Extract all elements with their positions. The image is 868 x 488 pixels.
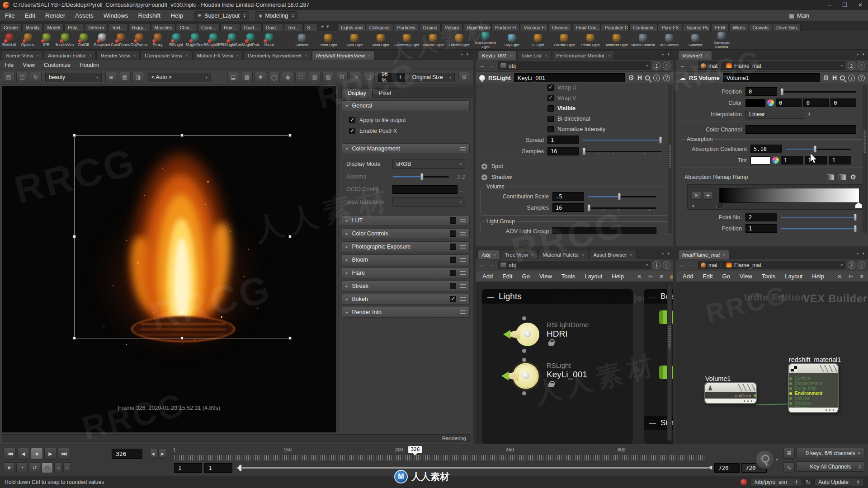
section-enable-checkbox[interactable] bbox=[450, 244, 456, 250]
tint-component-field[interactable]: 1 bbox=[781, 156, 803, 164]
collapsed-section-row[interactable]: Spot bbox=[476, 161, 673, 172]
shelf-tab[interactable]: FEM bbox=[711, 23, 728, 31]
shelf-tab[interactable]: Populate C... bbox=[601, 23, 629, 31]
postfx-section-header[interactable]: Color Controls bbox=[342, 228, 470, 239]
node-name-field[interactable]: KeyLi_001 bbox=[514, 73, 625, 82]
export-icon[interactable]: ⇲ bbox=[349, 72, 361, 83]
path-dropdown-icon[interactable] bbox=[841, 263, 843, 267]
network-menu-item[interactable]: Layout bbox=[785, 273, 802, 280]
shelf-tab[interactable]: Particle Fl... bbox=[491, 23, 519, 31]
network-menu-item[interactable]: View bbox=[740, 273, 752, 280]
shelf-tab[interactable]: Drive Sim... bbox=[773, 23, 801, 31]
absorption-coefficient-field[interactable]: 5.18 bbox=[750, 145, 782, 153]
shelf-tab[interactable]: Guid... bbox=[262, 23, 283, 31]
network-menu-item[interactable]: Tools bbox=[561, 273, 575, 280]
postfx-section-header[interactable]: LUT bbox=[342, 215, 470, 226]
renderview-menu-item[interactable]: Customize bbox=[44, 62, 71, 68]
add-shelf-button[interactable] bbox=[321, 23, 324, 29]
shelf-tool[interactable]: RSLightPortal bbox=[241, 33, 259, 47]
collapsed-section-row[interactable]: Shadow bbox=[476, 172, 673, 183]
nav-forward-icon[interactable] bbox=[689, 262, 696, 268]
update-spinner[interactable] bbox=[857, 480, 859, 484]
pane-tab-controls[interactable] bbox=[857, 251, 864, 256]
bucket-grid-icon[interactable]: ▩ bbox=[241, 72, 253, 83]
layout-spinner[interactable] bbox=[243, 14, 246, 18]
node-name-field[interactable]: Volume1 bbox=[723, 73, 820, 82]
snapshot-save-icon[interactable]: ▤ bbox=[3, 72, 14, 83]
expand-plus-icon[interactable] bbox=[481, 174, 487, 180]
tint-component-field[interactable]: 1 bbox=[829, 156, 851, 164]
update-mode-dropdown[interactable]: Auto Update bbox=[814, 478, 863, 487]
aov-light-group-field[interactable] bbox=[552, 227, 656, 234]
volume-samples-field[interactable]: 16 bbox=[552, 203, 584, 212]
help-icon[interactable] bbox=[663, 75, 670, 81]
section-menu-icon[interactable] bbox=[460, 219, 466, 222]
pane-tab-controls[interactable] bbox=[662, 251, 670, 256]
ramp-marker-start[interactable] bbox=[717, 202, 723, 208]
list-icon[interactable]: ≡ bbox=[660, 273, 663, 280]
audio-icon[interactable]: ◔ bbox=[16, 462, 28, 473]
pane-tab[interactable]: Composite View bbox=[141, 51, 192, 60]
range-start2-field[interactable]: 1 bbox=[204, 463, 232, 473]
tree-icon[interactable]: ⊨ bbox=[849, 273, 853, 280]
absorption-coefficient-slider[interactable] bbox=[786, 145, 851, 153]
color-channel-field[interactable] bbox=[745, 125, 856, 134]
shelf-tool[interactable]: RSLightDome bbox=[185, 33, 204, 47]
material-port[interactable]: Displacement bbox=[791, 381, 822, 386]
menu-item[interactable]: Help bbox=[165, 11, 188, 20]
diag-icon[interactable]: ▧ bbox=[322, 72, 334, 83]
port-dot[interactable] bbox=[789, 392, 792, 395]
shelf-tab[interactable]: Collisions bbox=[366, 23, 393, 31]
section-menu-icon[interactable] bbox=[460, 310, 466, 314]
network-menu-item[interactable]: Add bbox=[683, 273, 693, 280]
shelf-tab[interactable]: Container... bbox=[629, 23, 657, 31]
mode-spinner[interactable] bbox=[292, 14, 294, 18]
gear-icon[interactable] bbox=[823, 74, 829, 82]
shelf-tool[interactable]: Volume Light bbox=[420, 34, 446, 47]
nav-back-icon[interactable] bbox=[679, 62, 686, 69]
path-field[interactable]: obj bbox=[498, 61, 651, 70]
gamma-slider[interactable] bbox=[392, 173, 449, 180]
port-dot[interactable] bbox=[789, 382, 792, 385]
scrollbar[interactable] bbox=[863, 85, 867, 233]
absorption-remap-ramp[interactable]: × + bbox=[687, 184, 863, 210]
port-dot[interactable] bbox=[789, 402, 792, 405]
history-count[interactable]: 2 bbox=[848, 62, 855, 70]
shelf-tab[interactable]: Fluid Con... bbox=[572, 23, 600, 31]
section-menu-icon[interactable] bbox=[460, 297, 466, 301]
interpolation-spinner[interactable] bbox=[808, 112, 811, 117]
menu-item[interactable]: Assets bbox=[70, 11, 99, 20]
radial-menu-icon[interactable] bbox=[858, 261, 865, 269]
playhead-marker[interactable]: 326 bbox=[408, 446, 422, 453]
pane-tab[interactable]: Volume1 bbox=[678, 51, 712, 60]
renderview-menu-item[interactable]: Houdini bbox=[80, 62, 99, 68]
parameter-checkbox-row[interactable]: Wrap U bbox=[476, 84, 673, 93]
camera-dropdown[interactable]: < Auto >▾ bbox=[148, 73, 211, 82]
gear-icon[interactable] bbox=[628, 74, 634, 82]
path-dropdown-icon[interactable] bbox=[841, 64, 843, 68]
shelf-tab[interactable]: Terr... bbox=[284, 23, 303, 31]
shelf-tool[interactable]: Redshift bbox=[0, 33, 19, 47]
collapse-dash-icon[interactable] bbox=[487, 291, 494, 301]
key-all-channels-dropdown[interactable]: Key All Channels bbox=[797, 461, 864, 472]
shelf-tool[interactable]: Sky Light bbox=[499, 34, 525, 47]
section-enable-checkbox[interactable] bbox=[450, 283, 456, 289]
step-forward-button[interactable] bbox=[158, 449, 166, 459]
shelf-tool[interactable]: Portal Light bbox=[577, 34, 604, 47]
minimize-button[interactable] bbox=[822, 0, 837, 9]
shelf-tool[interactable]: GI Light bbox=[525, 34, 551, 47]
shelf-tab[interactable]: Modify bbox=[22, 23, 43, 31]
desktop-selector[interactable]: ▦ Main bbox=[789, 12, 809, 19]
point-number-slider[interactable] bbox=[781, 214, 856, 221]
path-field[interactable]: obj bbox=[498, 261, 651, 269]
pane-tab-controls[interactable] bbox=[662, 52, 670, 57]
output-port-dot[interactable] bbox=[754, 394, 757, 397]
shelf-tool[interactable]: Snapshot bbox=[93, 33, 111, 47]
menu-item[interactable]: Render bbox=[40, 11, 70, 20]
radial-menu-icon[interactable] bbox=[663, 261, 670, 269]
search-icon[interactable] bbox=[645, 75, 650, 80]
checker-icon[interactable]: ▦ bbox=[119, 72, 131, 83]
info-icon[interactable] bbox=[848, 75, 855, 81]
stop-button[interactable] bbox=[31, 448, 43, 460]
color-component-field[interactable]: 0 bbox=[803, 99, 829, 107]
